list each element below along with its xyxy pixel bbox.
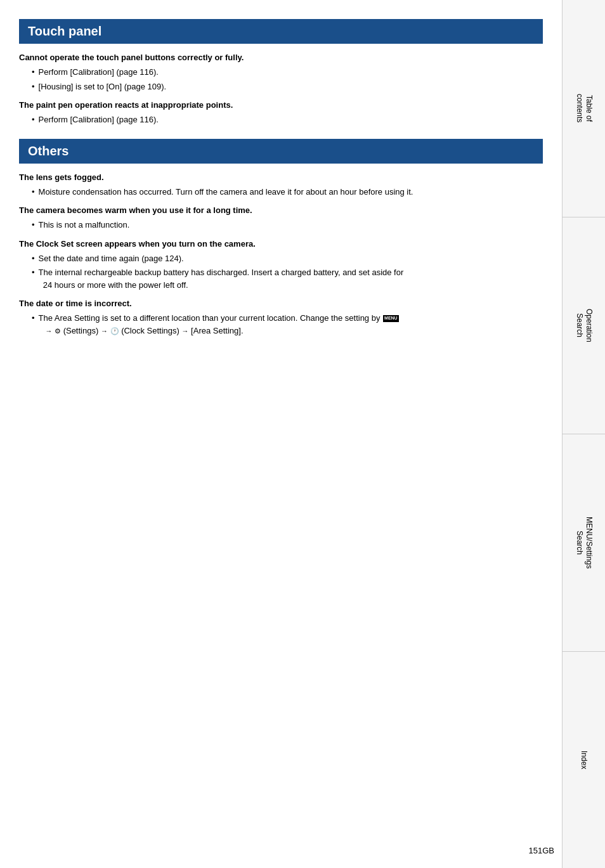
sidebar-tab-index[interactable]: Index [563,652,605,869]
lens-fogged-title: The lens gets fogged. [19,172,543,182]
date-time-title: The date or time is incorrect. [19,299,543,308]
sidebar-tab-table-of-contents[interactable]: Table ofcontents [563,0,605,217]
date-time-subsection: The date or time is incorrect. The Area … [19,299,543,337]
camera-warm-title: The camera becomes warm when you use it … [19,205,543,215]
paint-pen-subsection: The paint pen operation reacts at inappr… [19,100,543,126]
sidebar-tab-label: Table ofcontents [574,94,594,122]
paint-pen-title: The paint pen operation reacts at inappr… [19,100,543,110]
others-title: Others [28,144,68,158]
list-item: Perform [Calibration] (page 116). [32,113,543,126]
menu-icon: MENU [383,315,399,321]
sidebar-tab-label: MENU/SettingsSearch [574,517,594,569]
list-item: The Area Setting is set to a different l… [32,312,543,337]
touch-panel-title: Touch panel [28,24,101,38]
list-item: Moisture condensation has occurred. Turn… [32,186,543,198]
cannot-operate-subsection: Cannot operate the touch panel buttons c… [19,53,543,93]
lens-fogged-subsection: The lens gets fogged. Moisture condensat… [19,172,543,198]
camera-warm-subsection: The camera becomes warm when you use it … [19,205,543,231]
touch-panel-header: Touch panel [19,19,543,44]
list-item: [Housing] is set to [On] (page 109). [32,81,543,93]
list-item: This is not a malfunction. [32,219,543,231]
cannot-operate-title: Cannot operate the touch panel buttons c… [19,53,543,62]
list-item: The internal rechargeable backup battery… [32,266,543,291]
clock-set-title: The Clock Set screen appears when you tu… [19,239,543,249]
page-number: 151GB [529,846,555,855]
list-item: Perform [Calibration] (page 116). [32,66,543,79]
others-header: Others [19,139,543,164]
sidebar: Table ofcontents OperationSearch MENU/Se… [562,0,605,868]
sidebar-tab-label: OperationSearch [574,309,594,342]
others-section: Others The lens gets fogged. Moisture co… [19,139,543,337]
touch-panel-section: Touch panel Cannot operate the touch pan… [19,19,543,126]
sidebar-tab-operation-search[interactable]: OperationSearch [563,217,605,435]
list-item: Set the date and time again (page 124). [32,252,543,265]
main-content: Touch panel Cannot operate the touch pan… [0,0,562,364]
sidebar-tab-menu-settings-search[interactable]: MENU/SettingsSearch [563,434,605,652]
sidebar-tab-label: Index [579,751,589,769]
clock-set-subsection: The Clock Set screen appears when you tu… [19,239,543,292]
